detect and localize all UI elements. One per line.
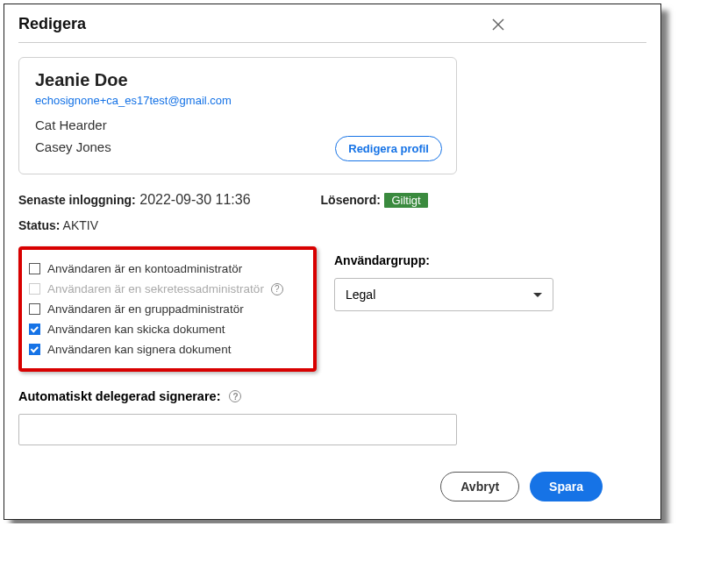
checkbox-checked-icon[interactable] <box>29 324 40 335</box>
profile-name: Jeanie Doe <box>35 70 440 90</box>
perm-account-admin-row[interactable]: Användaren är en kontoadministratör <box>29 259 306 279</box>
user-group-label: Användargrupp: <box>334 253 646 267</box>
dialog-header: Redigera <box>18 15 646 43</box>
close-icon <box>492 18 504 31</box>
user-group-section: Användargrupp: Legal <box>334 246 646 311</box>
delegate-label-row: Automatiskt delegerad signerare: ? <box>18 389 646 403</box>
profile-title: Cat Hearder <box>35 117 440 132</box>
save-button[interactable]: Spara <box>530 472 603 501</box>
perm-can-sign-row[interactable]: Användaren kan signera dokument <box>29 339 306 359</box>
mid-section: Användaren är en kontoadministratör Anvä… <box>18 246 646 372</box>
last-login-label: Senaste inloggning: <box>18 193 136 207</box>
password-label: Lösenord: <box>321 193 381 207</box>
profile-email[interactable]: echosignone+ca_es17test@gmail.com <box>35 94 440 107</box>
perm-can-send-label: Användaren kan skicka dokument <box>47 323 225 336</box>
help-icon[interactable]: ? <box>271 283 283 295</box>
checkbox-unchecked-icon[interactable] <box>29 263 40 274</box>
perm-account-admin-label: Användaren är en kontoadministratör <box>47 262 242 275</box>
dialog-title: Redigera <box>18 15 86 33</box>
perm-can-sign-label: Användaren kan signera dokument <box>47 343 231 356</box>
help-icon[interactable]: ? <box>229 390 241 402</box>
perm-group-admin-row[interactable]: Användaren är en gruppadministratör <box>29 299 306 319</box>
info-row-1: Senaste inloggning: 2022-09-30 11:36 Lös… <box>18 192 646 208</box>
close-button[interactable] <box>490 17 506 32</box>
permissions-highlight-box: Användaren är en kontoadministratör Anvä… <box>18 246 317 372</box>
chevron-down-icon <box>533 293 542 297</box>
perm-can-send-row[interactable]: Användaren kan skicka dokument <box>29 319 306 339</box>
perm-group-admin-label: Användaren är en gruppadministratör <box>47 302 244 316</box>
checkbox-checked-icon[interactable] <box>29 344 40 355</box>
edit-profile-button[interactable]: Redigera profil <box>335 136 442 161</box>
delegate-label: Automatiskt delegerad signerare: <box>18 389 220 403</box>
cancel-button[interactable]: Avbryt <box>440 472 519 501</box>
delegate-input[interactable] <box>18 414 457 445</box>
delegate-section: Automatiskt delegerad signerare: ? <box>18 389 646 445</box>
status-value: AKTIV <box>63 218 98 232</box>
info-row-2: Status: AKTIV <box>18 218 646 232</box>
checkbox-disabled-icon <box>29 283 40 295</box>
status-label: Status: <box>18 218 60 232</box>
last-login-value: 2022-09-30 11:36 <box>139 192 250 207</box>
user-group-select[interactable]: Legal <box>334 278 553 311</box>
edit-user-dialog: Redigera Jeanie Doe echosignone+ca_es17t… <box>4 4 661 520</box>
perm-privacy-admin-row: Användaren är en sekretessadministratör … <box>29 279 306 299</box>
checkbox-unchecked-icon[interactable] <box>29 303 40 315</box>
password-badge: Giltigt <box>384 193 427 208</box>
dialog-footer: Avbryt Spara <box>18 472 646 501</box>
profile-card: Jeanie Doe echosignone+ca_es17test@gmail… <box>18 57 457 174</box>
perm-privacy-admin-label: Användaren är en sekretessadministratör <box>47 282 264 295</box>
user-group-value: Legal <box>346 288 375 302</box>
